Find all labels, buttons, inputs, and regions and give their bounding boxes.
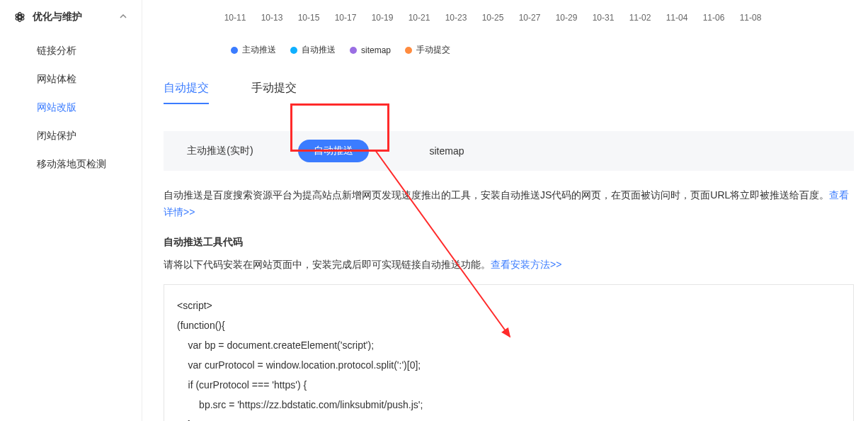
xaxis-tick: 10-15 [290,13,327,23]
sidebar: 优化与维护 链接分析 网站体检 网站改版 闭站保护 移动落地页检测 [0,0,142,421]
legend-dot-icon [350,47,357,54]
tab-auto-submit[interactable]: 自动提交 [164,81,209,104]
sidebar-item-site-check[interactable]: 网站体检 [0,64,142,93]
sidebar-group-header[interactable]: 优化与维护 [0,11,142,36]
legend-label: sitemap [361,45,391,55]
xaxis-tick: 10-13 [253,13,290,23]
xaxis-tick: 10-23 [438,13,474,23]
sidebar-item-mobile-landing[interactable]: 移动落地页检测 [0,150,142,178]
submit-tabs: 自动提交 手动提交 [164,81,854,104]
chart-legend: 主动推送 自动推送 sitemap 手动提交 [231,44,854,56]
xaxis-tick: 10-21 [401,13,438,23]
xaxis-tick: 11-08 [732,13,769,23]
legend-dot-icon [405,47,412,54]
legend-label: 主动推送 [242,44,276,56]
legend-label: 自动推送 [302,44,336,56]
optimize-icon [14,11,25,23]
main-content: 10-11 10-13 10-15 10-17 10-19 10-21 10-2… [142,0,868,421]
xaxis-tick: 10-29 [548,13,585,23]
xaxis-tick: 10-27 [511,13,548,23]
tab-manual-submit[interactable]: 手动提交 [251,81,297,104]
subdesc-text: 请将以下代码安装在网站页面中，安装完成后即可实现链接自动推送功能。 [164,259,491,270]
legend-item[interactable]: sitemap [350,44,391,56]
legend-dot-icon [290,47,297,54]
sidebar-item-site-close[interactable]: 闭站保护 [0,121,142,150]
sidebar-item-site-revision[interactable]: 网站改版 [0,93,142,121]
xaxis-tick: 10-25 [474,13,511,23]
method-auto-push[interactable]: 自动推送 [298,140,369,162]
code-box[interactable]: <script> (function(){ var bp = document.… [164,284,854,421]
chevron-up-icon [119,11,127,23]
install-guide-link[interactable]: 查看安装方法>> [491,259,561,270]
legend-item[interactable]: 自动推送 [290,44,336,56]
legend-label: 手动提交 [416,44,450,56]
sidebar-item-link-analysis[interactable]: 链接分析 [0,36,142,64]
xaxis-tick: 10-19 [364,13,401,23]
method-bar: 主动推送(实时) 自动推送 sitemap [164,131,854,171]
xaxis-tick: 11-04 [658,13,695,23]
chart-xaxis: 10-11 10-13 10-15 10-17 10-19 10-21 10-2… [217,13,854,23]
legend-item[interactable]: 手动提交 [405,44,450,56]
xaxis-tick: 10-11 [217,13,253,23]
sidebar-group-title: 优化与维护 [33,11,82,23]
legend-item[interactable]: 主动推送 [231,44,276,56]
code-subdesc: 请将以下代码安装在网站页面中，安装完成后即可实现链接自动推送功能。查看安装方法>… [164,259,854,271]
xaxis-tick: 10-31 [585,13,622,23]
description: 自动推送是百度搜索资源平台为提高站点新增网页发现速度推出的工具，安装自动推送JS… [164,186,854,220]
xaxis-tick: 11-02 [622,13,658,23]
method-auto-push-wrap: 自动推送 [277,140,390,162]
method-active-push[interactable]: 主动推送(实时) [164,145,277,157]
xaxis-tick: 11-06 [695,13,732,23]
xaxis-tick: 10-17 [327,13,364,23]
method-sitemap[interactable]: sitemap [390,145,503,157]
code-subtitle: 自动推送工具代码 [164,236,854,249]
description-text: 自动推送是百度搜索资源平台为提高站点新增网页发现速度推出的工具，安装自动推送JS… [164,189,829,201]
legend-dot-icon [231,47,238,54]
